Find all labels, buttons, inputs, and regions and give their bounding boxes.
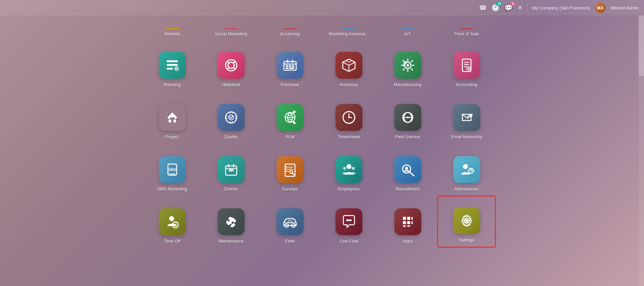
app-fleet[interactable]: Fleet <box>260 195 319 248</box>
maintenance-label: Maintenance <box>218 239 243 244</box>
svg-rect-91 <box>407 217 410 220</box>
app-social-marketing-label: Social Marketing <box>215 31 247 36</box>
svg-rect-32 <box>173 120 176 122</box>
svg-point-39 <box>293 122 295 124</box>
app-social-marketing[interactable]: Social Marketing <box>202 28 260 39</box>
attendances-label: Attendances <box>454 186 478 191</box>
app-purchase[interactable]: Purchase <box>260 39 319 91</box>
app-website-label: Website <box>164 31 180 36</box>
svg-point-87 <box>346 219 348 221</box>
svg-point-68 <box>352 167 355 170</box>
svg-point-38 <box>293 111 295 113</box>
svg-point-43 <box>348 117 350 118</box>
svg-point-89 <box>350 219 352 221</box>
topbar-divider <box>527 4 528 12</box>
svg-line-11 <box>233 67 235 69</box>
app-point-of-sale[interactable]: Point of Sale <box>437 28 496 39</box>
inventory-label: Inventory <box>340 82 358 87</box>
chat-count: 3 <box>510 2 515 6</box>
time-off-icon-box <box>159 208 186 235</box>
svg-rect-97 <box>412 221 413 224</box>
app-grid: Website Social Marketing eLearning Marke… <box>0 15 639 286</box>
phone-icon[interactable]: ☎ <box>479 4 487 11</box>
apps-icon-box <box>394 208 421 235</box>
partial-row: Website Social Marketing eLearning Marke… <box>143 19 496 39</box>
activity-count: 19 <box>496 2 502 6</box>
svg-rect-14 <box>286 65 288 67</box>
helpdesk-label: Helpdesk <box>222 82 240 87</box>
activity-badge[interactable]: 🕐 19 <box>491 4 500 12</box>
maintenance-icon-box <box>218 208 245 235</box>
scrollbar-thumb[interactable] <box>639 15 644 76</box>
app-live-chat[interactable]: Live Chat <box>319 195 378 248</box>
apps-label: Apps <box>403 239 413 244</box>
app-email-marketing[interactable]: Email Marketing <box>437 91 496 143</box>
app-project[interactable]: Project <box>143 91 202 143</box>
events-icon-box <box>218 156 245 183</box>
app-planning[interactable]: Planning <box>143 39 202 91</box>
scrollbar-track <box>639 15 644 286</box>
app-events[interactable]: Events <box>202 143 260 195</box>
app-iot[interactable]: IoT <box>378 28 437 39</box>
svg-point-61 <box>286 167 287 168</box>
app-row-1: Planning Helpdesk <box>143 39 496 91</box>
avatar[interactable]: MA <box>595 2 606 13</box>
app-attendances[interactable]: Attendances <box>437 143 496 195</box>
user-name[interactable]: Mitchell Admin <box>610 5 639 10</box>
app-surveys[interactable]: Surveys <box>260 143 319 195</box>
svg-point-72 <box>463 164 468 169</box>
app-accounting[interactable]: Accounting <box>437 39 496 91</box>
app-marketing-automat-label: Marketing Automat... <box>329 31 369 36</box>
app-settings[interactable]: Settings <box>437 195 496 248</box>
svg-rect-56 <box>233 164 234 167</box>
chat-badge[interactable]: 💬 3 <box>504 4 513 12</box>
app-sms-marketing[interactable]: SMS SMS Marketing <box>143 143 202 195</box>
svg-rect-90 <box>403 217 406 220</box>
svg-rect-19 <box>287 60 288 63</box>
svg-rect-1 <box>167 64 178 66</box>
app-marketing-automat[interactable]: Marketing Automat... <box>319 28 378 39</box>
svg-point-66 <box>346 164 351 169</box>
company-name[interactable]: My Company (San Francisco) <box>532 5 590 10</box>
live-chat-icon-box <box>335 208 362 235</box>
events-label: Events <box>224 186 238 191</box>
app-apps[interactable]: Apps <box>378 195 437 248</box>
plm-icon-box <box>277 104 303 131</box>
svg-point-23 <box>406 64 409 66</box>
topbar: ☎ 🕐 19 💬 3 ✕ My Company (San Francisco) … <box>0 0 644 15</box>
project-icon-box <box>159 104 186 131</box>
accounting-label: Accounting <box>456 82 477 87</box>
app-helpdesk[interactable]: Helpdesk <box>202 39 260 91</box>
app-recruitment[interactable]: Recruitment <box>378 143 437 195</box>
app-manufacturing[interactable]: Manufacturing <box>378 39 437 91</box>
svg-rect-16 <box>289 65 291 67</box>
app-timesheets[interactable]: Timesheets <box>319 91 378 143</box>
app-time-off[interactable]: Time Off <box>143 195 202 248</box>
purchase-icon-box <box>277 52 303 79</box>
app-row-3: SMS SMS Marketing Events <box>143 143 496 195</box>
svg-rect-92 <box>403 221 406 224</box>
app-inventory[interactable]: Inventory <box>319 39 378 91</box>
app-elearning-label: eLearning <box>280 31 300 36</box>
app-employees[interactable]: Employees <box>319 143 378 195</box>
sms-marketing-icon-box: SMS <box>159 156 186 183</box>
app-point-of-sale-label: Point of Sale <box>454 31 479 36</box>
app-website[interactable]: Website <box>143 28 202 39</box>
app-elearning[interactable]: eLearning <box>260 28 319 39</box>
surveys-label: Surveys <box>282 186 298 191</box>
svg-line-8 <box>227 61 229 63</box>
app-field-service[interactable]: Field Service <box>378 91 437 143</box>
timesheets-icon-box <box>335 104 362 131</box>
svg-point-65 <box>290 171 293 174</box>
app-plm[interactable]: PLM <box>260 91 319 143</box>
svg-point-63 <box>286 171 287 172</box>
app-quality[interactable]: Quality <box>202 91 260 143</box>
fleet-label: Fleet <box>285 239 295 244</box>
app-row-4: Time Off Maintenance <box>143 195 496 248</box>
svg-rect-55 <box>228 164 229 167</box>
purchase-label: Purchase <box>281 82 299 87</box>
app-maintenance[interactable]: Maintenance <box>202 195 260 248</box>
svg-point-99 <box>465 219 468 222</box>
svg-rect-18 <box>289 67 294 69</box>
close-icon[interactable]: ✕ <box>517 4 523 11</box>
